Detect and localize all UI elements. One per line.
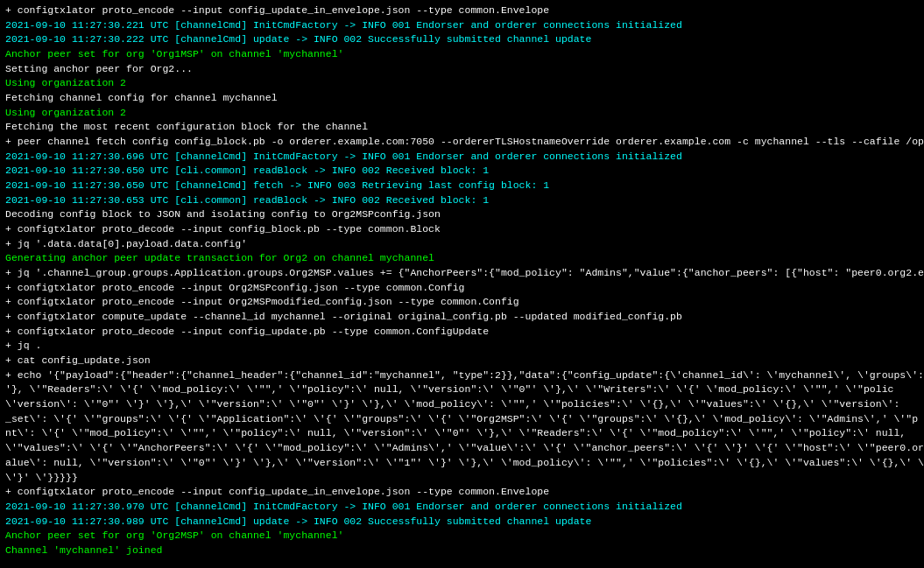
terminal-line: + configtxlator proto_decode --input con… <box>5 222 919 237</box>
terminal-line: alue\': null, \'"version":\' \'"0"' \'}'… <box>5 456 919 471</box>
terminal-line: + configtxlator compute_update --channel… <box>5 310 919 325</box>
terminal-line: Fetching channel config for channel mych… <box>5 91 919 106</box>
terminal-line: 2021-09-10 11:27:30.970 UTC [channelCmd]… <box>5 500 919 515</box>
terminal-line: + configtxlator proto_encode --input Org… <box>5 281 919 296</box>
terminal-line: + peer channel fetch config config_block… <box>5 135 919 150</box>
terminal-line: + configtxlator proto_decode --input con… <box>5 325 919 340</box>
terminal-line: '}, \'"Readers":\' \'{' \'mod_policy:\' … <box>5 382 919 397</box>
terminal-line: 2021-09-10 11:27:30.650 UTC [cli.common]… <box>5 164 919 179</box>
terminal-line: _set\': \'{' \'"groups":\' \'{' \'"Appli… <box>5 412 919 427</box>
terminal-line: + cat config_update.json <box>5 354 919 368</box>
terminal-line: + jq '.data.data[0].payload.data.config' <box>5 237 919 252</box>
terminal-line: + configtxlator proto_encode --input con… <box>5 4 919 18</box>
terminal-line: + configtxlator proto_encode --input Org… <box>5 295 919 310</box>
terminal-line: Setting anchor peer for Org2... <box>5 62 919 77</box>
terminal-line: nt\': \'{' \'"mod_policy":\' \'"",' \'"p… <box>5 426 919 441</box>
terminal-line: 2021-09-10 11:27:30.989 UTC [channelCmd]… <box>5 515 919 529</box>
terminal-line: Channel 'mychannel' joined <box>5 543 919 558</box>
terminal-line: + jq '.channel_group.groups.Application.… <box>5 266 919 281</box>
terminal-line: \'version\': \'"0"' \'}' \'},\' \'"versi… <box>5 397 919 412</box>
terminal-line: Anchor peer set for org 'Org2MSP' on cha… <box>5 529 919 543</box>
terminal-line: 2021-09-10 11:27:30.653 UTC [cli.common]… <box>5 193 919 208</box>
terminal-line: 2021-09-10 11:27:30.222 UTC [channelCmd]… <box>5 32 919 47</box>
terminal-line: \'}' \'}}}}} <box>5 471 919 486</box>
terminal-line: + echo '{"payload":{"header":{"channel_h… <box>5 368 919 383</box>
terminal-line: + configtxlator proto_encode --input con… <box>5 485 919 500</box>
terminal-line: 2021-09-10 11:27:30.696 UTC [channelCmd]… <box>5 150 919 165</box>
terminal-line: Fetching the most recent configuration b… <box>5 120 919 135</box>
terminal-line: Using organization 2 <box>5 76 919 91</box>
terminal-line: 2021-09-10 11:27:30.650 UTC [channelCmd]… <box>5 179 919 193</box>
terminal-line: \'"values":\' \'{' \'"AnchorPeers":\' \'… <box>5 441 919 456</box>
terminal-line: Generating anchor peer update transactio… <box>5 251 919 266</box>
terminal-line: Anchor peer set for org 'Org1MSP' on cha… <box>5 47 919 62</box>
terminal-line: Using organization 2 <box>5 106 919 121</box>
terminal-window: + configtxlator proto_encode --input con… <box>0 0 924 568</box>
terminal-line: 2021-09-10 11:27:30.221 UTC [channelCmd]… <box>5 18 919 33</box>
terminal-line: + jq . <box>5 339 919 354</box>
terminal-line: Decoding config block to JSON and isolat… <box>5 207 919 222</box>
